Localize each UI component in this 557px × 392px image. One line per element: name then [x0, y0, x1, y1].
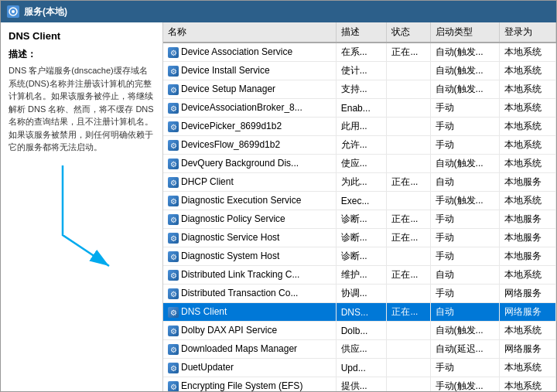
table-row[interactable]: DNS ClientDNS...正在...自动网络服务: [163, 303, 556, 322]
service-login-cell: 本地系统: [500, 377, 556, 392]
service-startup-cell: 自动: [430, 303, 500, 322]
right-panel: 名称 描述 状态 启动类型 登录为 Device Association Ser…: [163, 22, 556, 391]
service-name-cell: Device Setup Manager: [163, 80, 336, 99]
service-name-text: DevicePicker_8699d1b2: [181, 121, 282, 131]
table-row[interactable]: Diagnostic System Host诊断...手动本地服务: [163, 247, 556, 266]
service-name-text: Device Association Service: [181, 46, 292, 57]
service-startup-cell: 自动(延迟...: [430, 340, 500, 359]
table-row[interactable]: DHCP Client为此...正在...自动本地服务: [163, 173, 556, 192]
service-name-cell: DevicePicker_8699d1b2: [163, 118, 336, 136]
service-icon: [168, 177, 179, 188]
service-name-text: Distributed Transaction Co...: [181, 288, 298, 298]
service-desc-cell: Upd...: [336, 359, 387, 377]
service-icon: [168, 84, 179, 95]
service-name-cell: Diagnostic Policy Service: [163, 210, 336, 229]
service-login-cell: 本地系统: [500, 322, 556, 340]
service-startup-cell: 手动: [430, 210, 500, 229]
service-table-container[interactable]: 名称 描述 状态 启动类型 登录为 Device Association Ser…: [163, 22, 556, 391]
table-row[interactable]: Diagnostic Service Host诊断...正在...手动本地服务: [163, 229, 556, 247]
arrow-graphic: [47, 158, 140, 281]
col-startup[interactable]: 启动类型: [430, 22, 500, 43]
service-startup-cell: 手动: [430, 229, 500, 247]
service-icon: [168, 344, 179, 355]
service-status-cell: 正在...: [387, 303, 430, 322]
service-icon: [168, 196, 179, 206]
service-status-cell: [387, 340, 430, 359]
service-status-cell: [387, 192, 430, 210]
table-row[interactable]: Encrypting File System (EFS)提供...手动(触发..…: [163, 377, 556, 392]
service-status-cell: 正在...: [387, 266, 430, 285]
table-row[interactable]: Diagnostic Policy Service诊断...正在...手动本地服…: [163, 210, 556, 229]
service-status-cell: [387, 377, 430, 392]
service-desc-cell: 协调...: [336, 285, 387, 303]
service-desc-cell: 诊断...: [336, 229, 387, 247]
service-status-cell: [387, 136, 430, 155]
service-icon: [168, 251, 179, 262]
service-startup-cell: 手动: [430, 285, 500, 303]
service-icon: [168, 381, 179, 391]
service-startup-cell: 手动: [430, 359, 500, 377]
table-row[interactable]: Device Install Service使计...自动(触发...本地系统: [163, 62, 556, 80]
table-row[interactable]: Diagnostic Execution ServiceExec...手动(触发…: [163, 192, 556, 210]
service-name-cell: DHCP Client: [163, 173, 336, 192]
service-name-cell: DevicesFlow_8699d1b2: [163, 136, 336, 155]
service-desc-cell: 提供...: [336, 377, 387, 392]
service-desc-cell: 使应...: [336, 155, 387, 173]
service-login-cell: 本地系统: [500, 43, 556, 62]
table-row[interactable]: DeviceAssociationBroker_8...Enab...手动本地系…: [163, 99, 556, 118]
service-login-cell: 网络服务: [500, 340, 556, 359]
service-name-text: Diagnostic Policy Service: [181, 213, 285, 224]
service-login-cell: 本地服务: [500, 247, 556, 266]
col-login[interactable]: 登录为: [500, 22, 556, 43]
service-status-cell: 正在...: [387, 43, 430, 62]
col-name[interactable]: 名称: [163, 22, 336, 43]
service-desc-cell: 诊断...: [336, 247, 387, 266]
table-row[interactable]: DevQuery Background Dis...使应...自动(触发...本…: [163, 155, 556, 173]
service-startup-cell: 手动: [430, 136, 500, 155]
service-startup-cell: 手动: [430, 118, 500, 136]
selected-service-name: DNS Client: [9, 30, 155, 42]
service-name-text: Downloaded Maps Manager: [181, 343, 297, 354]
col-status[interactable]: 状态: [387, 22, 430, 43]
table-row[interactable]: Downloaded Maps Manager供应...自动(延迟...网络服务: [163, 340, 556, 359]
service-icon: [168, 363, 179, 373]
table-row[interactable]: Device Association Service在系...正在...自动(触…: [163, 43, 556, 62]
desc-label: 描述：: [9, 48, 155, 61]
service-login-cell: 本地系统: [500, 80, 556, 99]
service-status-cell: 正在...: [387, 229, 430, 247]
service-desc-cell: 支持...: [336, 80, 387, 99]
service-desc-cell: Enab...: [336, 99, 387, 118]
service-startup-cell: 自动: [430, 266, 500, 285]
service-name-cell: Diagnostic System Host: [163, 247, 336, 266]
service-login-cell: 本地服务: [500, 229, 556, 247]
table-row[interactable]: Distributed Link Tracking C...维护...正在...…: [163, 266, 556, 285]
service-login-cell: 本地服务: [500, 210, 556, 229]
service-desc-cell: 维护...: [336, 266, 387, 285]
service-startup-cell: 手动(触发...: [430, 192, 500, 210]
table-row[interactable]: Device Setup Manager支持...自动(触发...本地系统: [163, 80, 556, 99]
service-name-cell: Device Association Service: [163, 43, 336, 62]
service-name-text: DNS Client: [181, 306, 227, 317]
service-desc-cell: Dolb...: [336, 322, 387, 340]
service-status-cell: [387, 285, 430, 303]
service-status-cell: [387, 118, 430, 136]
service-name-text: Diagnostic Service Host: [181, 232, 279, 243]
table-row[interactable]: Distributed Transaction Co...协调...手动网络服务: [163, 285, 556, 303]
service-status-cell: [387, 99, 430, 118]
service-name-cell: Distributed Transaction Co...: [163, 285, 336, 303]
col-desc[interactable]: 描述: [336, 22, 387, 43]
title-bar-icon: [7, 5, 19, 18]
table-row[interactable]: DevicePicker_8699d1b2此用...手动本地系统: [163, 118, 556, 136]
service-desc-cell: 诊断...: [336, 210, 387, 229]
service-startup-cell: 自动(触发...: [430, 155, 500, 173]
service-status-cell: [387, 359, 430, 377]
table-row[interactable]: Dolby DAX API ServiceDolb...自动(触发...本地系统: [163, 322, 556, 340]
service-name-text: DeviceAssociationBroker_8...: [181, 102, 302, 113]
desc-text: DNS 客户端服务(dnscache)缓存域名系统(DNS)名称并注册该计算机的…: [9, 64, 155, 154]
table-row[interactable]: DuetUpdaterUpd...手动本地系统: [163, 359, 556, 377]
service-status-cell: [387, 80, 430, 99]
title-bar: 服务(本地): [1, 1, 556, 22]
service-icon: [168, 214, 179, 225]
table-row[interactable]: DevicesFlow_8699d1b2允许...手动本地系统: [163, 136, 556, 155]
service-name-text: Encrypting File System (EFS): [181, 380, 302, 391]
